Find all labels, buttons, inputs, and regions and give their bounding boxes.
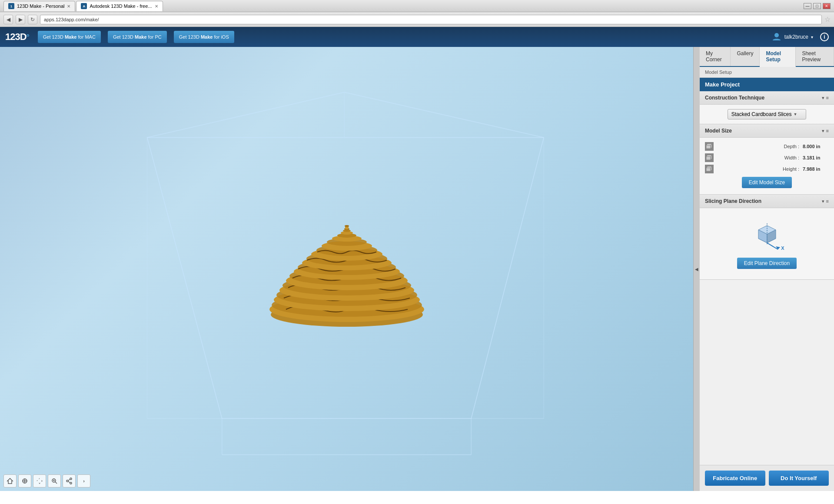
slicing-plane-title: Slicing Plane Direction	[705, 198, 761, 204]
url-text: apps.123dapp.com/make/	[44, 17, 99, 22]
tab1-close[interactable]: ✕	[67, 4, 70, 9]
browser-navbar: ◀ ▶ ↻ apps.123dapp.com/make/ ☆	[0, 12, 834, 27]
get-make-mac-btn[interactable]: Get 123D Make for MAC	[38, 31, 101, 43]
construction-technique-dropdown[interactable]: Stacked Cardboard Slices ▼	[728, 109, 807, 119]
sidebar-collapse-btn[interactable]: ◀	[693, 47, 699, 491]
model-size-collapse-icon: ▾	[822, 128, 824, 134]
slicing-plane-header[interactable]: Slicing Plane Direction ▾ ≡	[700, 195, 834, 208]
app-logo: 123D°	[5, 31, 29, 43]
svg-line-3	[344, 92, 544, 137]
pan-btn[interactable]	[33, 474, 46, 487]
construction-technique-content: Stacked Cardboard Slices ▼	[700, 105, 834, 124]
info-btn[interactable]: i	[820, 33, 829, 41]
get-make-ios-btn[interactable]: Get 123D Make for iOS	[174, 31, 234, 43]
get-ios-label: Get 123D Make for iOS	[179, 34, 229, 40]
technique-dropdown-arrow: ▼	[793, 112, 797, 116]
browser-tab-2[interactable]: A Autodesk 123D Make - free... ✕	[76, 1, 163, 11]
tab-favicon-2: A	[81, 3, 87, 9]
svg-rect-48	[706, 145, 711, 149]
user-avatar-icon	[771, 32, 782, 42]
construction-technique-header[interactable]: Construction Technique ▾ ≡	[700, 91, 834, 105]
panel-tabs: My Corner Gallery Model Setup Sheet Prev…	[700, 47, 834, 67]
edit-plane-direction-btn[interactable]: Edit Plane Direction	[737, 258, 797, 269]
depth-label: Depth :	[717, 144, 799, 149]
share-icon	[66, 477, 73, 484]
viewport-toolbar: ›	[3, 474, 90, 487]
fabricate-online-btn[interactable]: Fabricate Online	[705, 471, 765, 486]
depth-icon	[705, 142, 714, 151]
svg-line-40	[55, 482, 57, 484]
svg-point-45	[70, 482, 72, 484]
cube-with-axis: X	[750, 217, 784, 252]
do-it-yourself-btn[interactable]: Do It Yourself	[769, 471, 829, 486]
depth-value: 8.000 in	[803, 144, 829, 149]
bookmark-icon[interactable]: ☆	[824, 15, 831, 23]
refresh-btn[interactable]: ↻	[28, 15, 37, 24]
svg-line-62	[767, 243, 778, 249]
orbit-btn[interactable]	[18, 474, 31, 487]
logo-symbol: °	[27, 33, 29, 42]
slicing-menu-icon: ≡	[826, 199, 829, 204]
edit-model-size-btn[interactable]: Edit Model Size	[742, 177, 792, 188]
zoom-btn[interactable]	[48, 474, 61, 487]
minimize-btn[interactable]: —	[804, 3, 811, 9]
svg-point-43	[70, 478, 72, 480]
window-controls: — □ ✕	[804, 3, 831, 9]
height-row: Height : 7.988 in	[705, 165, 829, 173]
tab2-label: Autodesk 123D Make - free...	[90, 3, 152, 9]
slicing-plane-section: Slicing Plane Direction ▾ ≡	[700, 195, 834, 280]
svg-line-46	[68, 479, 70, 481]
plane-icon-area: X Edit Plane Direction	[705, 212, 829, 275]
logo-text: 123D	[5, 31, 27, 43]
slicing-collapse-icon: ▾	[822, 199, 824, 204]
svg-point-35	[345, 225, 349, 227]
height-value: 7.988 in	[803, 166, 829, 172]
panel-title-text: Make Project	[705, 81, 740, 88]
orbit-icon	[21, 477, 28, 484]
get-pc-label: Get 123D Make for PC	[113, 34, 162, 40]
svg-rect-51	[706, 156, 711, 160]
share-btn[interactable]	[63, 474, 76, 487]
browser-tab-1[interactable]: 1 123D Make - Personal ✕	[3, 1, 75, 11]
back-btn[interactable]: ◀	[3, 15, 13, 24]
cardboard-model-svg	[251, 197, 442, 328]
browser-titlebar: 1 123D Make - Personal ✕ A Autodesk 123D…	[0, 0, 834, 12]
home-view-btn[interactable]	[3, 474, 17, 487]
user-dropdown-icon[interactable]: ▾	[811, 35, 813, 40]
tab2-close[interactable]: ✕	[155, 4, 158, 9]
address-bar[interactable]: apps.123dapp.com/make/	[40, 15, 822, 24]
panel-footer: Fabricate Online Do It Yourself	[700, 465, 834, 491]
model-size-content: Depth : 8.000 in Width : 3.181 in	[700, 138, 834, 194]
tab-my-corner[interactable]: My Corner	[700, 47, 731, 66]
collapse-icon: ◀	[695, 267, 698, 272]
slicing-plane-icons: ▾ ≡	[822, 199, 829, 204]
tab-model-setup[interactable]: Model Setup	[760, 47, 796, 67]
tab1-label: 123D Make - Personal	[17, 3, 64, 9]
construction-technique-title: Construction Technique	[705, 95, 764, 101]
depth-row: Depth : 8.000 in	[705, 142, 829, 151]
svg-point-0	[774, 33, 779, 37]
width-label: Width :	[717, 155, 799, 160]
close-btn[interactable]: ✕	[823, 3, 831, 9]
model-size-menu-icon: ≡	[826, 128, 829, 134]
viewport-3d[interactable]: ›	[0, 47, 693, 491]
main-layout: › ◀ My Corner Gallery Model Setup Sheet …	[0, 47, 834, 491]
panel-spacer	[700, 280, 834, 465]
maximize-btn[interactable]: □	[813, 3, 821, 9]
breadcrumb: Model Setup	[700, 67, 834, 78]
tab-sheet-preview[interactable]: Sheet Preview	[796, 47, 834, 66]
width-value: 3.181 in	[803, 155, 829, 160]
home-icon	[7, 477, 13, 484]
section-header-icons: ▾ ≡	[822, 95, 829, 101]
forward-btn[interactable]: ▶	[16, 15, 25, 24]
tab-gallery[interactable]: Gallery	[731, 47, 760, 66]
svg-line-2	[147, 92, 345, 137]
breadcrumb-text: Model Setup	[705, 70, 732, 75]
width-icon	[705, 153, 714, 162]
width-row: Width : 3.181 in	[705, 153, 829, 162]
get-make-pc-btn[interactable]: Get 123D Make for PC	[108, 31, 167, 43]
model-size-header[interactable]: Model Size ▾ ≡	[700, 124, 834, 138]
tab-favicon-1: 1	[8, 3, 14, 9]
height-icon	[705, 165, 714, 173]
more-tools-btn[interactable]: ›	[77, 474, 90, 487]
